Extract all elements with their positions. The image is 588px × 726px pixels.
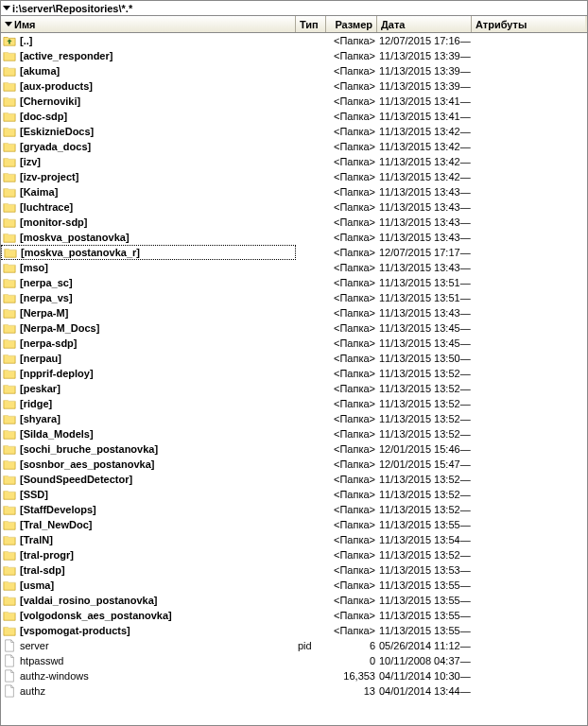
cell-name[interactable]: [valdai_rosino_postanovka] — [1, 594, 296, 607]
list-item[interactable]: [tral-progr]<Папка>11/13/2015 13:52— — [1, 547, 587, 562]
header-type[interactable]: Тип — [296, 16, 326, 32]
list-item[interactable]: [active_responder]<Папка>11/13/2015 13:3… — [1, 48, 587, 63]
list-item[interactable]: [moskva_postanovka_r]<Папка>12/07/2015 1… — [1, 245, 587, 260]
cell-name[interactable]: [mso] — [1, 261, 296, 274]
list-item[interactable]: authz1304/01/2014 13:44— — [1, 683, 587, 699]
cell-name[interactable]: [monitor-sdp] — [1, 216, 296, 229]
list-item[interactable]: [gryada_docs]<Папка>11/13/2015 13:42— — [1, 139, 587, 154]
cell-name[interactable]: [Silda_Models] — [1, 427, 296, 441]
cell-name[interactable]: [SoundSpeedDetector] — [1, 473, 296, 486]
file-name-text: [shyara] — [20, 413, 61, 424]
cell-name[interactable]: [izv] — [1, 155, 296, 168]
cell-name[interactable]: htpasswd — [1, 654, 296, 667]
cell-name[interactable]: [shyara] — [1, 412, 296, 425]
list-item[interactable]: [Silda_Models]<Папка>11/13/2015 13:52— — [1, 426, 587, 441]
cell-name[interactable]: authz-windows — [1, 669, 296, 683]
list-item[interactable]: [volgodonsk_aes_postanovka]<Папка>11/13/… — [1, 608, 587, 623]
list-item[interactable]: [akuma]<Папка>11/13/2015 13:39— — [1, 63, 587, 78]
list-item[interactable]: [Kaima]<Папка>11/13/2015 13:43— — [1, 184, 587, 199]
list-item[interactable]: [monitor-sdp]<Папка>11/13/2015 13:43— — [1, 215, 587, 230]
list-item[interactable]: [valdai_rosino_postanovka]<Папка>11/13/2… — [1, 593, 587, 608]
cell-date: 11/13/2015 13:43— — [377, 307, 528, 319]
list-item[interactable]: [SoundSpeedDetector]<Папка>11/13/2015 13… — [1, 472, 587, 487]
list-item[interactable]: authz-windows16,35304/11/2014 10:30— — [1, 668, 587, 683]
cell-name[interactable]: [akuma] — [1, 64, 296, 78]
list-item[interactable]: [shyara]<Папка>11/13/2015 13:52— — [1, 411, 587, 426]
cell-name[interactable]: [moskva_postanovka] — [1, 231, 296, 244]
cell-name[interactable]: [Kaima] — [1, 185, 296, 199]
list-item[interactable]: [nerpau]<Папка>11/13/2015 13:50— — [1, 351, 587, 366]
cell-name[interactable]: [Nerpa-M] — [1, 306, 296, 320]
cell-name[interactable]: [ridge] — [1, 397, 296, 410]
cell-name[interactable]: [tral-progr] — [1, 548, 296, 562]
list-item[interactable]: [npprif-deploy]<Папка>11/13/2015 13:52— — [1, 366, 587, 381]
list-item[interactable]: [TralN]<Папка>11/13/2015 13:54— — [1, 532, 587, 547]
cell-name[interactable]: [TralN] — [1, 533, 296, 546]
list-item[interactable]: [Chernoviki]<Папка>11/13/2015 13:41— — [1, 94, 587, 109]
cell-name[interactable]: [gryada_docs] — [1, 140, 296, 153]
cell-name[interactable]: [nerpau] — [1, 352, 296, 365]
cell-name[interactable]: [tral-sdp] — [1, 563, 296, 577]
list-item[interactable]: [..]<Папка>12/07/2015 17:16— — [1, 33, 587, 48]
list-item[interactable]: [Nerpa-M]<Папка>11/13/2015 13:43— — [1, 305, 587, 320]
header-date[interactable]: Дата — [377, 16, 472, 32]
list-item[interactable]: [SSD]<Папка>11/13/2015 13:52— — [1, 487, 587, 502]
cell-name[interactable]: [peskar] — [1, 382, 296, 395]
cell-name[interactable]: [moskva_postanovka_r] — [1, 245, 296, 260]
cell-name[interactable]: [Nerpa-M_Docs] — [1, 321, 296, 335]
list-item[interactable]: [usma]<Папка>11/13/2015 13:55— — [1, 578, 587, 593]
list-item[interactable]: [aux-products]<Папка>11/13/2015 13:39— — [1, 78, 587, 94]
cell-name[interactable]: [sosnbor_aes_postanovka] — [1, 458, 296, 471]
cell-name[interactable]: [active_responder] — [1, 49, 296, 62]
cell-name[interactable]: [npprif-deploy] — [1, 367, 296, 380]
cell-name[interactable]: [nerpa-sdp] — [1, 337, 296, 350]
list-item[interactable]: [moskva_postanovka]<Папка>11/13/2015 13:… — [1, 230, 587, 245]
list-item[interactable]: serverpid605/26/2014 11:12— — [1, 638, 587, 653]
list-item[interactable]: [luchtrace]<Папка>11/13/2015 13:43— — [1, 199, 587, 215]
list-item[interactable]: [izv-project]<Папка>11/13/2015 13:42— — [1, 169, 587, 184]
list-item[interactable]: [StaffDevelops]<Папка>11/13/2015 13:52— — [1, 502, 587, 517]
list-item[interactable]: [Nerpa-M_Docs]<Папка>11/13/2015 13:45— — [1, 320, 587, 336]
path-bar[interactable]: i:\server\Repositories\*.* — [1, 1, 587, 16]
list-item[interactable]: [Tral_NewDoc]<Папка>11/13/2015 13:55— — [1, 517, 587, 532]
folder-icon — [3, 306, 16, 320]
dropdown-icon[interactable] — [3, 6, 10, 10]
list-item[interactable]: [nerpa_sc]<Папка>11/13/2015 13:51— — [1, 275, 587, 290]
cell-name[interactable]: [usma] — [1, 579, 296, 592]
list-item[interactable]: [tral-sdp]<Папка>11/13/2015 13:53— — [1, 562, 587, 578]
list-item[interactable]: [mso]<Папка>11/13/2015 13:43— — [1, 260, 587, 275]
cell-name[interactable]: [nerpa_sc] — [1, 276, 296, 289]
list-item[interactable]: [nerpa-sdp]<Папка>11/13/2015 13:45— — [1, 336, 587, 351]
cell-name[interactable]: [..] — [1, 34, 296, 47]
cell-name[interactable]: [SSD] — [1, 488, 296, 501]
cell-name[interactable]: [sochi_bruche_postanovka] — [1, 442, 296, 456]
header-size[interactable]: Размер — [326, 16, 377, 32]
cell-name[interactable]: authz — [1, 684, 296, 698]
list-item[interactable]: [ridge]<Папка>11/13/2015 13:52— — [1, 396, 587, 411]
list-item[interactable]: [sosnbor_aes_postanovka]<Папка>12/01/201… — [1, 457, 587, 472]
list-item[interactable]: [doc-sdp]<Папка>11/13/2015 13:41— — [1, 109, 587, 124]
cell-name[interactable]: [luchtrace] — [1, 200, 296, 214]
list-item[interactable]: [EskiznieDocs]<Папка>11/13/2015 13:42— — [1, 124, 587, 139]
list-item[interactable]: [nerpa_vs]<Папка>11/13/2015 13:51— — [1, 290, 587, 305]
header-name[interactable]: Имя — [1, 16, 296, 32]
cell-name[interactable]: [EskiznieDocs] — [1, 125, 296, 138]
cell-name[interactable]: [izv-project] — [1, 170, 296, 183]
cell-name[interactable]: [volgodonsk_aes_postanovka] — [1, 609, 296, 622]
list-item[interactable]: htpasswd010/11/2008 04:37— — [1, 653, 587, 668]
list-item[interactable]: [sochi_bruche_postanovka]<Папка>12/01/20… — [1, 441, 587, 457]
header-attr[interactable]: Атрибуты — [472, 16, 585, 32]
cell-name[interactable]: server — [1, 639, 296, 652]
cell-name[interactable]: [Tral_NewDoc] — [1, 518, 296, 531]
cell-name[interactable]: [Chernoviki] — [1, 95, 296, 108]
list-item[interactable]: [peskar]<Папка>11/13/2015 13:52— — [1, 381, 587, 396]
cell-size: <Папка> — [326, 247, 377, 258]
cell-name[interactable]: [vspomogat-products] — [1, 624, 296, 637]
cell-name[interactable]: [nerpa_vs] — [1, 291, 296, 304]
cell-name[interactable]: [aux-products] — [1, 79, 296, 93]
cell-name[interactable]: [doc-sdp] — [1, 110, 296, 123]
cell-name[interactable]: [StaffDevelops] — [1, 503, 296, 516]
list-item[interactable]: [izv]<Папка>11/13/2015 13:42— — [1, 154, 587, 169]
file-list[interactable]: [..]<Папка>12/07/2015 17:16—[active_resp… — [1, 33, 587, 725]
list-item[interactable]: [vspomogat-products]<Папка>11/13/2015 13… — [1, 623, 587, 638]
